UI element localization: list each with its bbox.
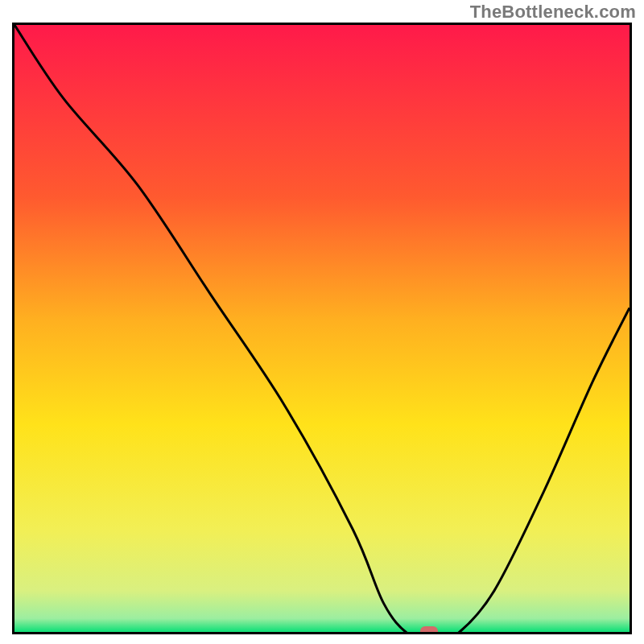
chart-frame: TheBottleneck.com <box>0 0 644 644</box>
optimum-marker <box>420 626 438 634</box>
watermark-text: TheBottleneck.com <box>470 2 636 23</box>
plot-area <box>12 23 632 634</box>
bottleneck-curve <box>14 25 630 634</box>
